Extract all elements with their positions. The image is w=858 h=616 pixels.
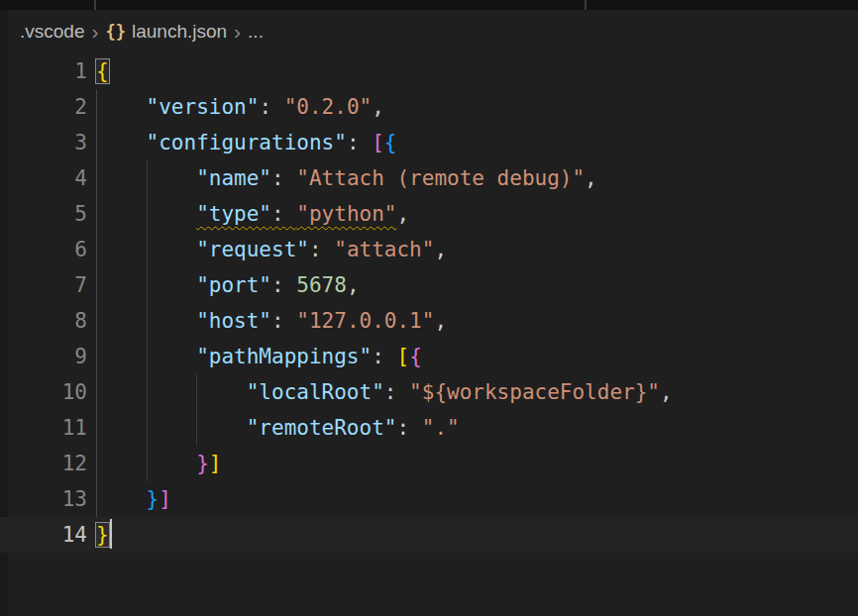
breadcrumb-symbol-overflow[interactable]: ...: [248, 21, 264, 43]
token: ]: [209, 452, 222, 475]
token: "version": [147, 95, 260, 119]
line-number[interactable]: 1: [0, 53, 87, 89]
line-content: "pathMappings": [{: [87, 339, 422, 374]
chevron-right-icon: ›: [234, 21, 241, 42]
line-content: "type": "python",: [87, 196, 409, 232]
token: }: [196, 452, 209, 475]
token: 5678: [296, 273, 347, 297]
token: "python": [296, 202, 396, 226]
line-number[interactable]: 11: [0, 410, 87, 446]
token: ,: [434, 238, 447, 261]
token: "request": [196, 238, 309, 261]
token: "Attach (remote debug)": [296, 166, 585, 190]
token: :: [396, 416, 421, 440]
tab-separator: [585, 0, 587, 10]
indent-guide: [147, 160, 148, 481]
json-braces-icon: {}: [105, 22, 125, 42]
chevron-right-icon: ›: [91, 21, 98, 42]
line-content: "configurations": [{: [87, 125, 396, 160]
breadcrumb-folder[interactable]: .vscode: [20, 21, 84, 43]
line-content: }: [87, 517, 112, 553]
text-cursor: [110, 519, 112, 549]
token: ,: [396, 202, 409, 226]
token: [: [396, 345, 409, 368]
tab-separator: [94, 0, 96, 10]
token: {: [409, 345, 422, 368]
token: :: [259, 95, 283, 119]
token: "attach": [334, 238, 434, 261]
token: "port": [196, 273, 271, 297]
token: [96, 95, 147, 119]
code-line[interactable]: 12 }]: [0, 446, 858, 481]
token: "type": [196, 202, 271, 226]
token: ]: [159, 487, 171, 511]
code-lines: 1{2 "version": "0.2.0",3 "configurations…: [0, 53, 858, 553]
code-line[interactable]: 14}: [0, 517, 858, 553]
token: "pathMappings": [196, 345, 372, 368]
line-content: "version": "0.2.0",: [87, 89, 384, 125]
line-content: "name": "Attach (remote debug)",: [87, 160, 597, 196]
token: "0.2.0": [284, 95, 373, 119]
line-number[interactable]: 13: [0, 481, 87, 517]
code-line[interactable]: 8 "host": "127.0.0.1",: [0, 303, 858, 339]
editor-surface[interactable]: 1{2 "version": "0.2.0",3 "configurations…: [0, 53, 858, 553]
token: ".": [422, 416, 460, 440]
code-line[interactable]: 6 "request": "attach",: [0, 232, 858, 267]
token: :: [271, 309, 296, 333]
token: {: [384, 131, 397, 154]
code-line[interactable]: 3 "configurations": [{: [0, 125, 858, 160]
token: :: [372, 345, 396, 368]
line-number[interactable]: 6: [0, 232, 87, 267]
breadcrumb-file-label: launch.json: [132, 21, 227, 43]
token: ,: [347, 273, 360, 297]
line-content: "request": "attach",: [87, 232, 447, 267]
token: [96, 487, 147, 511]
token: :: [384, 380, 409, 404]
token: :: [309, 238, 334, 261]
code-line[interactable]: 9 "pathMappings": [{: [0, 339, 858, 374]
token: [: [372, 131, 384, 154]
line-content: }]: [87, 481, 171, 517]
line-number[interactable]: 12: [0, 446, 87, 481]
code-line[interactable]: 1{: [0, 53, 858, 89]
token: ,: [660, 380, 673, 404]
token: "localRoot": [247, 380, 384, 404]
line-number[interactable]: 4: [0, 160, 87, 196]
code-line[interactable]: 4 "name": "Attach (remote debug)",: [0, 160, 858, 196]
line-content: "localRoot": "${workspaceFolder}",: [87, 374, 673, 410]
token: [96, 131, 147, 154]
token: "127.0.0.1": [296, 309, 434, 333]
token: ,: [372, 95, 384, 119]
line-content: }]: [87, 446, 221, 481]
code-line[interactable]: 10 "localRoot": "${workspaceFolder}",: [0, 374, 858, 410]
indent-guide: [96, 89, 97, 517]
token: :: [271, 166, 296, 190]
code-line[interactable]: 2 "version": "0.2.0",: [0, 89, 858, 125]
token: [96, 416, 247, 440]
line-number[interactable]: 7: [0, 267, 87, 303]
code-line[interactable]: 5 "type": "python",: [0, 196, 858, 232]
code-line[interactable]: 11 "remoteRoot": ".": [0, 410, 858, 446]
breadcrumb-file[interactable]: {} launch.json: [105, 21, 227, 43]
token: [96, 380, 247, 404]
line-number[interactable]: 14: [0, 517, 87, 553]
matched-bracket: {: [96, 59, 109, 83]
line-number[interactable]: 8: [0, 303, 87, 339]
token: "host": [196, 309, 271, 333]
token: ,: [585, 166, 597, 190]
line-content: {: [87, 53, 109, 89]
line-number[interactable]: 10: [0, 374, 87, 410]
line-number[interactable]: 9: [0, 339, 87, 374]
line-number[interactable]: 5: [0, 196, 87, 232]
line-number[interactable]: 2: [0, 89, 87, 125]
breadcrumb: .vscode › {} launch.json › ...: [0, 10, 858, 53]
code-line[interactable]: 7 "port": 5678,: [0, 267, 858, 303]
line-number[interactable]: 3: [0, 125, 87, 160]
code-line[interactable]: 13 }]: [0, 481, 858, 517]
tab-bar-edge: [0, 0, 858, 10]
token: }: [147, 487, 160, 511]
line-content: "port": 5678,: [87, 267, 360, 303]
token: :: [271, 273, 296, 297]
matched-bracket: }: [96, 523, 109, 547]
token: :: [347, 131, 372, 154]
